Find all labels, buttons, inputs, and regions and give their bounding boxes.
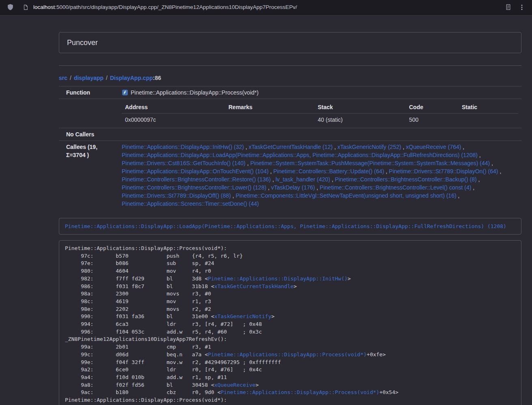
function-cell: Pinetime::Applications::DisplayApp::Proc… xyxy=(118,86,521,99)
symbol-link[interactable]: Pinetime::Applications::DisplayApp::Init… xyxy=(208,276,347,282)
function-row-label: Function xyxy=(59,86,118,99)
static-value xyxy=(459,114,518,126)
breadcrumb-separator: / xyxy=(106,75,108,81)
breadcrumb-file-link[interactable]: DisplayApp.cpp xyxy=(110,75,153,81)
remarks-value xyxy=(225,114,314,126)
divider xyxy=(59,65,521,66)
metrics-row: Address Remarks Stack Code Static 0x0000… xyxy=(59,99,521,128)
url-path: :5000/path/src/displayapp/DisplayApp.cpp… xyxy=(55,4,297,10)
callees-label: Callees (19, Σ=3704 ) xyxy=(59,141,118,210)
symbol-table: Function Pinetime::Applications::Display… xyxy=(59,86,521,210)
callee-link[interactable]: lv_task_handler (420) xyxy=(276,176,330,183)
callee-link[interactable]: Pinetime::Controllers::BrightnessControl… xyxy=(320,184,471,191)
url-text: localhost:5000/path/src/displayapp/Displ… xyxy=(33,4,297,10)
function-type-icon xyxy=(122,89,128,96)
callee-highlight-panel: Pinetime::Applications::DisplayApp::Load… xyxy=(59,218,521,235)
callee-link[interactable]: Pinetime::Drivers::Cst816S::GetTouchInfo… xyxy=(122,160,246,166)
callee-link[interactable]: Pinetime::Applications::DisplayApp::OnTo… xyxy=(122,168,269,174)
callee-link[interactable]: xQueueReceive (764) xyxy=(406,144,461,150)
col-stack: Stack xyxy=(314,101,406,114)
function-row: Function Pinetime::Applications::Display… xyxy=(59,86,521,99)
callee-link[interactable]: Pinetime::Controllers::Battery::Update()… xyxy=(274,168,384,174)
callee-link[interactable]: Pinetime::Applications::DisplayApp::Init… xyxy=(122,144,244,150)
breadcrumb-displayapp-link[interactable]: displayapp xyxy=(74,75,103,81)
callees-row: Callees (19, Σ=3704 ) Pinetime::Applicat… xyxy=(59,141,521,210)
callee-link[interactable]: Pinetime::Applications::DisplayApp::Load… xyxy=(122,152,478,158)
col-static: Static xyxy=(459,101,518,114)
callee-link[interactable]: vTaskDelay (176) xyxy=(271,184,315,191)
metrics-cell: Address Remarks Stack Code Static 0x0000… xyxy=(118,99,521,128)
url-host: localhost xyxy=(33,4,55,10)
callee-link[interactable]: Pinetime::System::SystemTask::PushMessag… xyxy=(250,160,490,166)
symbol-link[interactable]: xTaskGenericNotify xyxy=(214,313,271,319)
callee-link[interactable]: Pinetime::Drivers::St7789::DisplayOn() (… xyxy=(389,168,498,174)
breadcrumb-separator: / xyxy=(70,75,71,81)
highlighted-callee-link[interactable]: Pinetime::Applications::DisplayApp::Load… xyxy=(65,223,506,229)
app-title-panel: Puncover xyxy=(59,32,521,53)
col-address: Address xyxy=(122,101,225,114)
breadcrumb-src-link[interactable]: src xyxy=(59,75,67,81)
callee-link[interactable]: xTaskGetCurrentTaskHandle (12) xyxy=(249,144,333,150)
page-security-icon[interactable] xyxy=(21,3,30,12)
no-callers-cell xyxy=(118,128,521,141)
page-title: Puncover xyxy=(67,39,98,47)
disassembly-code: Pinetime::Applications::DisplayApp::Proc… xyxy=(65,245,515,405)
browser-toolbar: localhost:5000/path/src/displayapp/Displ… xyxy=(0,0,532,15)
breadcrumb: src/displayapp/DisplayApp.cpp:86 xyxy=(59,74,521,82)
callee-link[interactable]: Pinetime::Controllers::BrightnessControl… xyxy=(122,176,271,183)
function-name: Pinetime::Applications::DisplayApp::Proc… xyxy=(131,89,258,96)
breadcrumb-line-number: :86 xyxy=(153,75,161,81)
symbol-link[interactable]: Pinetime::Applications::DisplayApp::Proc… xyxy=(208,351,366,358)
disassembly-panel: Pinetime::Applications::DisplayApp::Proc… xyxy=(59,240,521,405)
kebab-menu-icon[interactable] xyxy=(517,3,526,12)
tracking-protection-shield-icon[interactable] xyxy=(6,3,15,12)
page-content: Puncover src/displayapp/DisplayApp.cpp:8… xyxy=(59,32,521,405)
callee-link[interactable]: Pinetime::Controllers::BrightnessControl… xyxy=(335,176,476,183)
callee-link[interactable]: Pinetime::Applications::Screens::Timer::… xyxy=(122,200,259,207)
callee-link[interactable]: Pinetime::Drivers::St7789::DisplayOff() … xyxy=(122,192,231,199)
symbol-link[interactable]: Pinetime::Applications::DisplayApp::Proc… xyxy=(221,389,379,395)
callee-link[interactable]: xTaskGenericNotify (252) xyxy=(337,144,401,150)
symbol-link[interactable]: xQueueReceive xyxy=(214,382,256,388)
screen: localhost:5000/path/src/displayapp/Displ… xyxy=(0,0,532,405)
col-remarks: Remarks xyxy=(225,101,314,114)
stack-value: 40 (static) xyxy=(314,114,406,126)
callees-list: Pinetime::Applications::DisplayApp::Init… xyxy=(118,141,521,210)
callee-link[interactable]: Pinetime::Controllers::BrightnessControl… xyxy=(122,184,266,191)
url-bar[interactable]: localhost:5000/path/src/displayapp/Displ… xyxy=(19,2,499,13)
callee-link[interactable]: Pinetime::Components::LittleVgl::SetNewT… xyxy=(236,192,457,199)
no-callers-label: No Callers xyxy=(59,128,118,141)
symbol-link[interactable]: xTaskGetCurrentTaskHandle xyxy=(214,283,294,289)
metrics-header-row: Address Remarks Stack Code Static xyxy=(122,101,518,114)
metrics-table: Address Remarks Stack Code Static 0x0000… xyxy=(122,101,518,126)
address-value: 0x0000097c xyxy=(122,114,225,126)
reader-mode-icon[interactable] xyxy=(504,3,513,12)
metrics-row-label xyxy=(59,99,118,128)
no-callers-row: No Callers xyxy=(59,128,521,141)
metrics-value-row: 0x0000097c 40 (static) 500 xyxy=(122,114,518,126)
code-value: 500 xyxy=(406,114,459,126)
col-code: Code xyxy=(406,101,459,114)
